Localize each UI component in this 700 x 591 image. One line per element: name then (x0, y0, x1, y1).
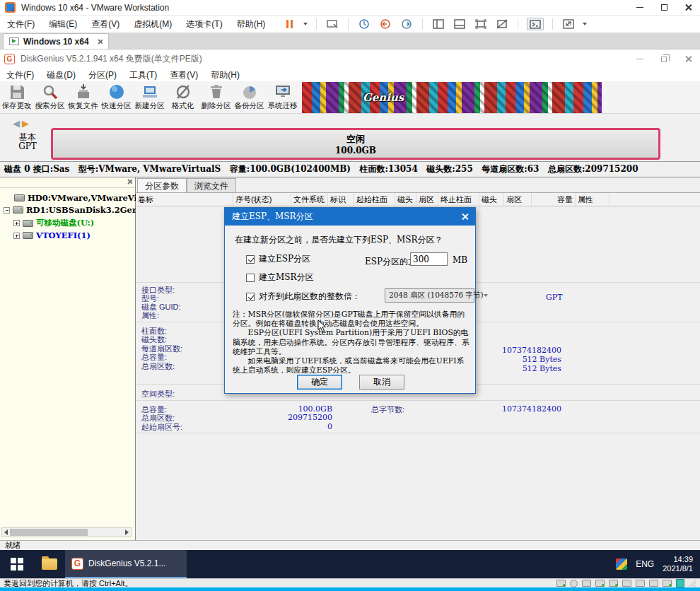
show-library-button[interactable] (431, 18, 445, 30)
tree-item-hd0[interactable]: HD0:VMware,VMwareVirtualS (14, 193, 147, 203)
col-filesystem[interactable]: 文件系统 (291, 193, 328, 206)
col-head-2[interactable]: 磁头 (479, 193, 504, 206)
dialog-titlebar[interactable]: 建立ESP、MSR分区 (225, 208, 475, 226)
vmware-menu-help[interactable]: 帮助(H) (230, 16, 273, 33)
vm-tab-windows10[interactable]: Windows 10 x64 (3, 33, 109, 49)
dg-menu-view[interactable]: 查看(V) (163, 68, 204, 83)
msr-checkbox-row[interactable]: 建立MSR分区 (246, 271, 314, 283)
collapse-expander-icon[interactable] (4, 207, 10, 213)
pause-dropdown-caret-icon[interactable] (303, 23, 308, 25)
manage-snapshots-button[interactable] (399, 18, 414, 30)
expand-expander-icon[interactable] (13, 220, 20, 226)
scrollbar-thumb[interactable] (10, 529, 88, 536)
cdrom-device-icon[interactable] (570, 580, 578, 587)
col-capacity[interactable]: 容量 (532, 193, 576, 206)
take-snapshot-button[interactable] (357, 18, 371, 30)
delete-partition-button[interactable]: 删除分区 (199, 81, 233, 113)
col-head[interactable]: 磁头 (395, 193, 416, 206)
align-checkbox[interactable] (246, 293, 255, 301)
dg-menu-disk[interactable]: 磁盘(D) (40, 68, 82, 83)
col-index-status[interactable]: 序号(状态) (233, 193, 291, 206)
tree-item-removable-u[interactable]: 可移动磁盘(U:) (13, 218, 146, 228)
col-id[interactable]: 标识 (328, 193, 354, 206)
scroll-left-arrow-icon[interactable] (4, 529, 8, 535)
tree-panel-close-icon[interactable] (127, 179, 132, 185)
dg-menu-partition[interactable]: 分区(P) (82, 68, 123, 83)
fullscreen-dropdown-caret-icon[interactable] (583, 23, 587, 25)
file-explorer-button[interactable] (34, 550, 65, 578)
esp-checkbox[interactable] (246, 255, 255, 264)
show-thumbnail-bar-button[interactable] (453, 18, 467, 30)
ok-button[interactable]: 确定 (297, 375, 342, 390)
printer-device-icon[interactable] (636, 580, 645, 587)
expand-expander-icon[interactable] (13, 233, 20, 239)
vmware-menu-edit[interactable]: 编辑(E) (42, 16, 84, 33)
dg-menu-tools[interactable]: 工具(T) (123, 68, 163, 83)
taskbar-diskgenius-app[interactable]: G DiskGenius V5.2.1... (65, 550, 187, 578)
vmware-menu-vm[interactable]: 虚拟机(M) (127, 16, 179, 33)
tree-item-vtoyefi[interactable]: VTOYEFI(1) (13, 230, 146, 240)
new-partition-button[interactable]: 新建分区 (133, 81, 166, 113)
console-view-button[interactable] (474, 18, 488, 30)
format-button[interactable]: 格式化 (166, 81, 199, 113)
display-device-icon[interactable] (649, 580, 658, 587)
vmware-maximize-button[interactable] (652, 1, 676, 15)
send-ctrl-alt-del-button[interactable] (325, 18, 339, 30)
recover-files-button[interactable]: 恢复文件 (66, 81, 100, 113)
harddisk-device-icon[interactable] (556, 580, 566, 587)
col-sector[interactable]: 扇区 (416, 193, 438, 206)
esp-size-input[interactable] (410, 252, 448, 266)
floppy-device-icon[interactable] (582, 580, 591, 587)
search-partition-button[interactable]: 搜索分区 (33, 81, 66, 113)
fullscreen-button[interactable] (561, 18, 576, 30)
revert-snapshot-button[interactable] (378, 18, 392, 30)
vmware-minimize-button[interactable] (628, 1, 652, 15)
quick-partition-button[interactable]: 快速分区 (100, 81, 133, 113)
message-log-icon[interactable] (676, 579, 684, 587)
sound-device-icon[interactable] (609, 580, 618, 587)
usb-device-icon[interactable] (622, 580, 631, 587)
col-end-cylinder[interactable]: 终止柱面 (438, 193, 479, 206)
tree-horizontal-scrollbar[interactable] (1, 527, 132, 537)
pause-vm-button[interactable] (282, 18, 296, 30)
tab-browse-files[interactable]: 浏览文件 (187, 178, 236, 192)
free-space-partition-bar[interactable]: 空闲 100.0GB (51, 128, 660, 160)
tab-partition-params[interactable]: 分区参数 (137, 178, 187, 192)
promo-banner[interactable]: Genius (302, 82, 602, 113)
col-sector-2[interactable]: 扇区 (504, 193, 532, 206)
vmware-menu-file[interactable]: 文件(F) (0, 16, 42, 33)
system-migration-button[interactable]: 系统迁移 (266, 81, 299, 113)
usb2-device-icon[interactable] (663, 580, 672, 587)
esp-checkbox-row[interactable]: 建立ESP分区 (246, 253, 310, 265)
unity-mode-button[interactable] (495, 18, 509, 30)
dg-minimize-button[interactable] (628, 52, 652, 66)
tab-close-icon[interactable] (97, 39, 103, 45)
tree-item-rd1[interactable]: RD1:USBSanDisk3.2Gen1(29G (4, 205, 136, 215)
virtual-console-button[interactable] (527, 18, 544, 30)
col-start-cylinder[interactable]: 起始柱面 (354, 193, 395, 206)
taskbar-clock[interactable]: 14:39 2021/8/1 (663, 555, 693, 573)
resize-grip-icon[interactable] (689, 580, 696, 587)
language-indicator[interactable]: ENG (636, 559, 654, 569)
network-device-icon[interactable] (595, 580, 605, 587)
col-volume-label[interactable]: 卷标 (136, 193, 233, 206)
input-method-icon[interactable] (616, 558, 627, 570)
align-checkbox-row[interactable]: 对齐到此扇区数的整数倍： (246, 291, 361, 303)
backup-partition-button[interactable]: 备份分区 (233, 81, 266, 113)
save-changes-button[interactable]: 保存更改 (0, 81, 33, 113)
vmware-menu-tabs[interactable]: 选项卡(T) (179, 16, 229, 33)
vmware-menu-view[interactable]: 查看(V) (84, 16, 127, 33)
dg-restore-button[interactable] (652, 52, 676, 66)
align-sectors-dropdown[interactable]: 2048 扇区 (1048576 字节) (385, 288, 474, 303)
dialog-close-icon[interactable] (461, 213, 469, 221)
start-button[interactable] (0, 550, 34, 578)
col-attributes[interactable]: 属性 (576, 193, 609, 206)
msr-checkbox[interactable] (246, 274, 255, 282)
dg-close-button[interactable] (676, 52, 700, 66)
cancel-button[interactable]: 取消 (359, 375, 404, 390)
vmware-close-button[interactable] (676, 1, 700, 15)
scroll-right-arrow-icon[interactable] (125, 529, 129, 535)
prev-disk-arrow-icon[interactable]: ◀ (13, 118, 20, 129)
next-disk-arrow-icon[interactable]: ▶ (22, 118, 29, 129)
dg-menu-file[interactable]: 文件(F) (0, 68, 40, 83)
